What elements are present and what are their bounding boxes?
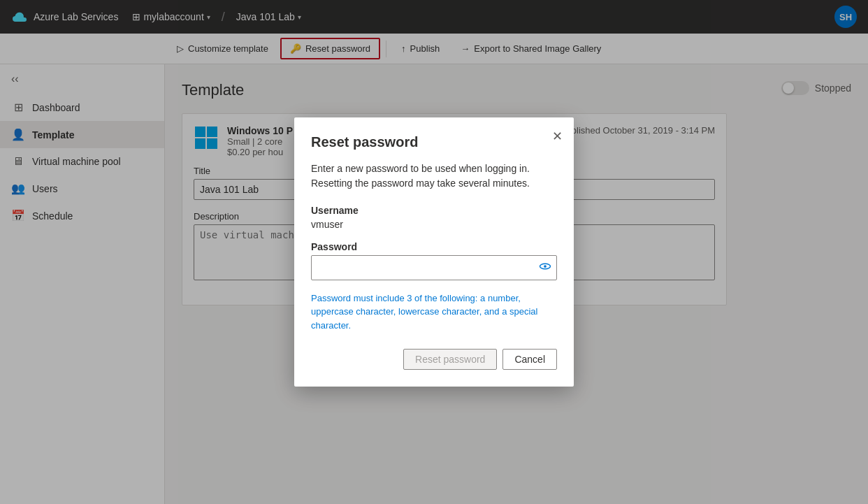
show-password-button[interactable]: [539, 260, 551, 275]
password-label: Password: [311, 241, 557, 252]
password-hint: Password must include 3 of the following…: [311, 291, 557, 333]
password-input-wrapper: [311, 255, 557, 280]
password-input[interactable]: [311, 255, 557, 280]
username-label: Username: [311, 205, 557, 216]
cancel-button[interactable]: Cancel: [502, 349, 557, 370]
modal-title: Reset password: [311, 134, 557, 150]
reset-password-modal: ✕ Reset password Enter a new password to…: [294, 117, 574, 387]
modal-overlay: ✕ Reset password Enter a new password to…: [0, 0, 868, 504]
svg-point-5: [544, 265, 547, 268]
reset-password-submit-button[interactable]: Reset password: [403, 349, 497, 370]
modal-description: Enter a new password to be used when log…: [311, 161, 557, 191]
modal-footer: Reset password Cancel: [311, 349, 557, 370]
modal-close-button[interactable]: ✕: [552, 129, 563, 144]
password-group: Password: [311, 241, 557, 280]
username-value: vmuser: [311, 219, 557, 230]
